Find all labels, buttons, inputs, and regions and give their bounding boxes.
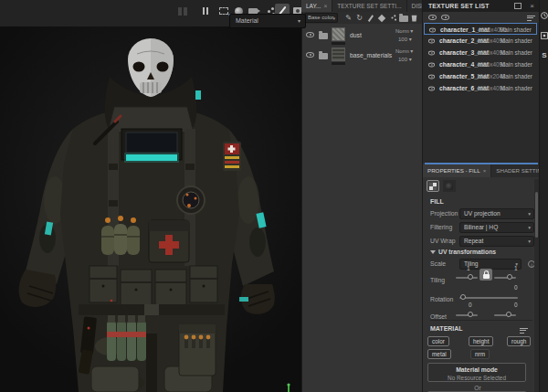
layout-icon[interactable] (514, 3, 522, 9)
divider (430, 320, 532, 321)
layer-row-dust[interactable]: dust Norm ▾ 100 ▾ (302, 26, 423, 45)
brush-icon[interactable] (365, 13, 375, 23)
chevron-down-icon: ▾ (298, 15, 300, 28)
axis-gizmo-icon (272, 379, 305, 392)
layer-blend-select[interactable]: Norm ▾ (395, 27, 413, 34)
channel-nrm-button[interactable]: nrm (470, 349, 490, 359)
material-mode-icon[interactable] (427, 180, 439, 192)
eye-icon[interactable] (428, 63, 435, 68)
tab-texture-set-settings[interactable]: TEXTURE SET SETTI... (332, 0, 406, 12)
close-icon[interactable]: × (530, 2, 534, 10)
texture-set-shader[interactable]: Main shader (501, 47, 532, 58)
uv-wrap-label: UV Wrap (430, 238, 455, 244)
eye-icon[interactable] (428, 75, 435, 79)
texture-set-shader[interactable]: Main shader (501, 58, 532, 70)
eye-icon[interactable] (429, 28, 436, 33)
texture-set-row[interactable]: character_2_mat 4096x4096 Main shader (424, 35, 537, 47)
visibility-eye-icon[interactable] (306, 52, 314, 58)
channel-height-button[interactable]: height (469, 336, 493, 346)
fill-section-title: FILL (430, 198, 444, 205)
pause-icon[interactable] (198, 4, 213, 18)
layer-opacity-value[interactable]: 100 ▾ (398, 56, 412, 62)
show-all-eye-icon[interactable] (441, 15, 449, 20)
texture-set-row[interactable]: character_1_mat 4096x4096 Main shader (424, 23, 537, 35)
properties-panel: PROPERTIES - FILL× SHADER SETTINGS FILL … (422, 163, 539, 392)
channel-rough-button[interactable]: rough (507, 336, 531, 346)
viewport-3d[interactable] (0, 26, 301, 392)
layer-blend-select[interactable]: Norm ▾ (395, 48, 413, 54)
filtering-select[interactable]: Bilinear | HQ▾ (459, 222, 534, 233)
projection-select[interactable]: UV projection▾ (459, 208, 534, 219)
scale-label: Scale (430, 260, 446, 267)
layer-thumbnail[interactable] (332, 27, 345, 41)
layer-name: dust (350, 32, 362, 38)
paint-mode-icon[interactable] (443, 180, 456, 192)
material-menu-icon[interactable] (520, 326, 528, 334)
character-model[interactable] (0, 26, 301, 392)
texture-set-row[interactable]: character_6_mat 4096x4096 Main shader (424, 82, 537, 94)
texture-set-shader[interactable]: Main shader (501, 35, 532, 47)
texture-set-row[interactable]: character_5_mat 2048x2048 Main shader (424, 70, 537, 82)
hide-all-eye-icon[interactable] (428, 15, 437, 20)
material-section-title: MATERIAL (430, 325, 463, 332)
layer-mask-strip (332, 62, 345, 65)
folder-icon (319, 53, 328, 59)
texture-set-row[interactable]: character_3_mat 4096x4096 Main shader (424, 47, 537, 58)
stamp-icon[interactable]: ↻ (354, 13, 364, 23)
delete-trash-icon[interactable] (409, 13, 419, 23)
visibility-eye-icon[interactable] (306, 32, 314, 37)
symmetry-icon[interactable] (175, 4, 190, 18)
offset-y-value[interactable]: 0 (514, 302, 518, 308)
lock-icon[interactable] (480, 269, 492, 281)
dock-tab-bar: LAY...× TEXTURE SET SETTI... DISPLAY SET… (301, 0, 422, 12)
layer-row-base-materials[interactable]: base_materials Norm ▾ 100 ▾ (302, 46, 423, 65)
eye-icon[interactable] (428, 51, 435, 56)
rotation-value[interactable]: 0 (514, 284, 518, 291)
texture-set-shader[interactable]: Main shader (501, 82, 532, 94)
blend-mode-select[interactable]: Base color▾ (304, 13, 338, 23)
eye-icon[interactable] (428, 87, 435, 91)
pen-icon[interactable]: ✎ (343, 13, 353, 23)
plugin-square-icon[interactable] (541, 32, 548, 39)
eye-icon[interactable] (428, 39, 435, 44)
viewport-shading-select[interactable]: Material ▾ (229, 14, 306, 28)
tiling-y-slider[interactable] (494, 277, 516, 279)
channel-metal-button[interactable]: metal (427, 349, 451, 359)
tab-properties-fill[interactable]: PROPERTIES - FILL× (423, 164, 490, 177)
layers-toolbar: Base color▾ ✎ ↻ (302, 12, 423, 24)
tiling-label: Tiling (430, 277, 445, 283)
material-mode-title: Material mode (428, 366, 525, 373)
offset-x-value[interactable]: 0 (469, 302, 472, 308)
tiling-x-value[interactable]: 1 (467, 265, 470, 271)
add-folder-icon[interactable] (398, 13, 408, 23)
uv-transformations-header[interactable]: UV transformations (430, 249, 496, 255)
texture-set-row[interactable]: character_4_mat 4096x4096 Main shader (424, 58, 537, 70)
collapse-arrow-icon (430, 250, 436, 254)
channel-color-button[interactable]: color (427, 336, 449, 346)
rotation-slider[interactable] (459, 297, 518, 299)
layer-mask-strip (332, 42, 345, 45)
layer-thumbnail[interactable] (332, 48, 345, 61)
tab-display-settings[interactable]: DISPLAY SETTI... (407, 0, 423, 12)
close-icon[interactable]: × (483, 167, 487, 174)
offset-y-slider[interactable] (494, 314, 516, 316)
tab-layers[interactable]: LAY...× (301, 0, 332, 12)
texture-set-list-panel: TEXTURE SET LIST × character_1_mat 4096x… (422, 0, 539, 163)
fill-bucket-icon[interactable] (376, 13, 386, 23)
texture-set-shader[interactable]: Main shader (501, 70, 532, 82)
layer-opacity-value[interactable]: 100 ▾ (398, 36, 412, 42)
layer-name: base_materials (350, 52, 392, 58)
panel-title: TEXTURE SET LIST (428, 3, 490, 9)
material-mode-box[interactable]: Material mode No Resource Selected (427, 363, 526, 382)
uv-wrap-select[interactable]: Repeat▾ (459, 236, 534, 247)
folder-icon (319, 33, 328, 39)
offset-x-slider[interactable] (456, 314, 478, 316)
close-icon[interactable]: × (323, 3, 327, 9)
smudge-icon[interactable] (387, 13, 397, 23)
tiling-x-slider[interactable] (456, 277, 478, 279)
filter-menu-icon[interactable] (527, 14, 535, 22)
history-clock-icon[interactable] (541, 12, 548, 19)
filtering-label: Filtering (430, 224, 452, 230)
tiling-y-value[interactable]: 1 (514, 265, 518, 271)
substance-share-icon[interactable]: S (541, 51, 548, 59)
